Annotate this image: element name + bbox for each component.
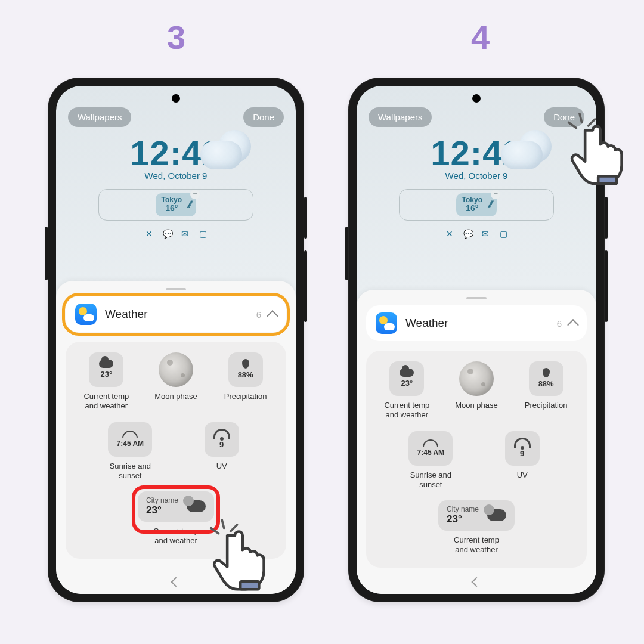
step-number-4: 4 <box>471 18 490 57</box>
phone-step-3: Wallpapers Done 12:42 Wed, October 9 Tok… <box>48 78 304 602</box>
widget-slot[interactable]: Tokyo 16° /// − <box>399 189 554 221</box>
tile-label: Moon phase <box>444 401 509 410</box>
phone-side-button <box>345 227 348 280</box>
tile-label: Moon phase <box>143 392 209 401</box>
widget-city-temp[interactable]: City name 23° Current temp and weather <box>138 491 214 546</box>
sheet-title: Weather <box>405 317 557 330</box>
lockscreen-date[interactable]: Wed, October 9 <box>56 171 296 181</box>
moon-icon <box>159 352 193 387</box>
widget-current-temp[interactable]: 23° Current temp and weather <box>374 361 439 420</box>
city-temp: 23° <box>447 513 479 525</box>
widget-moon-phase[interactable]: Moon phase <box>143 352 209 411</box>
tile-label: UV <box>490 470 555 480</box>
tile-value: 88% <box>538 379 554 389</box>
widget-sunrise-sunset[interactable]: 7:45 AM Sunrise and sunset <box>97 422 163 481</box>
tile-label: Sunrise and sunset <box>398 470 463 490</box>
phone-side-button <box>605 197 608 239</box>
notification-icons: ✕ 💬 ✉ ▢ <box>56 229 296 239</box>
back-nav-icon[interactable] <box>472 577 482 587</box>
tile-label: Current temp and weather <box>374 401 439 420</box>
front-camera <box>472 94 481 103</box>
tile-value: 23° <box>100 370 112 379</box>
tile-label: Current temp and weather <box>73 392 139 411</box>
tile-value: 23° <box>401 379 413 388</box>
widget-current-temp[interactable]: 23° Current temp and weather <box>73 352 139 411</box>
tile-label: Precipitation <box>213 392 278 401</box>
tile-label: Precipitation <box>513 401 579 410</box>
missed-call-icon: ✕ <box>445 229 454 239</box>
widget-slot[interactable]: Tokyo 16° /// − <box>98 189 253 221</box>
moon-icon <box>459 361 494 396</box>
uv-gauge-icon <box>213 429 230 439</box>
tile-value: 88% <box>238 370 253 380</box>
chevron-up-icon <box>567 319 579 331</box>
mini-weather-widget[interactable]: Tokyo 16° /// − <box>156 193 197 216</box>
city-name-label: City name <box>146 496 178 504</box>
done-button[interactable]: Done <box>243 107 284 127</box>
mini-weather-widget[interactable]: Tokyo 16° /// − <box>456 193 497 216</box>
widget-picker-sheet[interactable]: Weather 6 23° Current temp and weather M… <box>56 281 296 594</box>
weather-app-icon <box>376 312 397 334</box>
tile-value: 7:45 AM <box>117 439 144 448</box>
chat-icon: 💬 <box>163 229 171 239</box>
widget-picker-sheet[interactable]: Weather 6 23° Current temp and weather M… <box>357 290 596 594</box>
app-icon-small: ▢ <box>199 229 207 239</box>
tile-label: Sunrise and sunset <box>97 462 163 481</box>
widget-sunrise-sunset[interactable]: 7:45 AM Sunrise and sunset <box>398 431 463 490</box>
wallpapers-button[interactable]: Wallpapers <box>369 107 432 127</box>
phone-side-button <box>605 250 608 322</box>
widget-count: 6 <box>557 318 562 329</box>
cloud-graphic <box>200 130 260 172</box>
mail-icon: ✉ <box>181 229 189 239</box>
city-name-label: City name <box>447 505 479 513</box>
widget-grid: 23° Current temp and weather Moon phase … <box>66 342 286 559</box>
rain-icon: /// <box>187 199 192 210</box>
widget-city-temp[interactable]: City name 23° Current temp and weather <box>438 500 515 555</box>
droplet-icon <box>242 359 249 369</box>
tile-label: Current temp and weather <box>438 535 515 555</box>
tile-value: 7:45 AM <box>417 448 445 457</box>
wallpapers-button[interactable]: Wallpapers <box>68 107 131 127</box>
city-temp: 23° <box>146 504 178 516</box>
cloud-icon <box>187 500 206 512</box>
phone-side-button <box>45 227 48 280</box>
widget-uv[interactable]: 9 UV <box>490 431 555 490</box>
widget-grid: 23° Current temp and weather Moon phase … <box>366 351 587 568</box>
phone-screen: Wallpapers Done 12:42 Wed, October 9 Tok… <box>56 86 296 594</box>
uv-gauge-icon <box>514 438 531 448</box>
sunrise-icon <box>423 439 438 447</box>
phone-screen: Wallpapers Done 12:42 Wed, October 9 Tok… <box>357 86 596 594</box>
tile-label: UV <box>189 462 255 471</box>
missed-call-icon: ✕ <box>145 229 153 239</box>
widget-precipitation[interactable]: 88% Precipitation <box>513 361 579 420</box>
widget-precipitation[interactable]: 88% Precipitation <box>213 352 278 411</box>
chat-icon: 💬 <box>463 229 472 239</box>
weather-app-icon <box>75 304 97 325</box>
back-nav-icon[interactable] <box>171 577 181 587</box>
remove-widget-icon[interactable]: − <box>491 190 500 199</box>
sheet-grabber[interactable] <box>166 288 186 290</box>
rain-icon: /// <box>487 199 493 210</box>
cloud-graphic <box>501 130 561 172</box>
widget-uv[interactable]: 9 UV <box>189 422 255 481</box>
front-camera <box>172 94 180 103</box>
step-number-3: 3 <box>167 18 185 57</box>
remove-widget-icon[interactable]: − <box>190 190 200 199</box>
weather-category-row[interactable]: Weather 6 <box>66 296 286 332</box>
notification-icons: ✕ 💬 ✉ ▢ <box>357 229 596 239</box>
sheet-grabber[interactable] <box>466 297 487 299</box>
phone-step-4: Wallpapers Done 12:42 Wed, October 9 Tok… <box>348 78 605 602</box>
weather-category-row[interactable]: Weather 6 <box>366 305 587 341</box>
done-button[interactable]: Done <box>544 107 584 127</box>
mini-temp: 16° <box>462 204 482 213</box>
tile-value: 9 <box>520 449 524 459</box>
tile-value: 9 <box>219 440 224 450</box>
lockscreen-date[interactable]: Wed, October 9 <box>357 171 596 181</box>
widget-moon-phase[interactable]: Moon phase <box>444 361 509 420</box>
sunrise-icon <box>122 431 138 438</box>
cloud-icon <box>400 369 414 377</box>
phone-side-button <box>304 197 307 239</box>
phone-side-button <box>304 250 307 322</box>
droplet-icon <box>543 368 550 377</box>
cloud-icon <box>99 360 113 368</box>
